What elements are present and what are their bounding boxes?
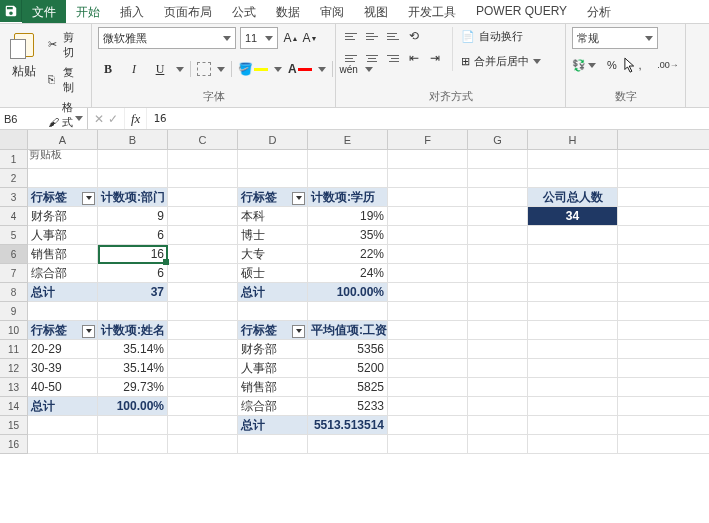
increase-decimal-button[interactable]: .00→ [656,55,680,75]
align-middle-button[interactable] [363,27,381,45]
row-header[interactable]: 2 [0,169,28,188]
company-total-header: 公司总人数 [528,188,618,206]
cut-button[interactable]: ✂剪切 [46,29,85,61]
number-group-label: 数字 [572,88,679,104]
col-header[interactable]: G [468,130,528,149]
pivot-row-label-header[interactable]: 行标签 [28,188,98,206]
increase-indent-button[interactable]: ⇥ [426,49,444,67]
pivot-row-label-header[interactable]: 行标签 [238,188,308,206]
row-header[interactable]: 7 [0,264,28,283]
tab-view[interactable]: 视图 [354,0,398,23]
formula-bar: B6 ✕✓ fx 16 [0,108,709,130]
row-header[interactable]: 14 [0,397,28,416]
cancel-formula-icon[interactable]: ✕ [94,112,104,126]
col-header[interactable]: E [308,130,388,149]
formula-input[interactable]: 16 [147,108,709,129]
tab-file[interactable]: 文件 [22,0,66,23]
worksheet: A B C D E F G H 1 2 3 4 5 6 7 8 9 10 11 … [0,130,709,454]
percent-button[interactable]: % [600,55,624,75]
fill-color-dropdown[interactable] [274,67,282,72]
font-group-label: 字体 [98,88,329,104]
comma-button[interactable]: , [628,55,652,75]
row-header[interactable]: 11 [0,340,28,359]
align-left-button[interactable] [342,49,360,67]
tab-formula[interactable]: 公式 [222,0,266,23]
pivot-row-label-header[interactable]: 行标签 [238,321,308,339]
row-header[interactable]: 8 [0,283,28,302]
row-header[interactable]: 3 [0,188,28,207]
border-dropdown[interactable] [217,67,225,72]
font-color-dropdown[interactable] [318,67,326,72]
align-bottom-button[interactable] [384,27,402,45]
tab-review[interactable]: 审阅 [310,0,354,23]
wrap-text-button[interactable]: 📄自动换行 [459,27,543,46]
ribbon: 粘贴 ✂剪切 ⎘复制 🖌格式刷 剪贴板 微软雅黑 11 A▲ A▼ B I [0,24,709,108]
paste-button[interactable]: 粘贴 [6,27,42,84]
accounting-format-button[interactable]: 💱 [572,55,596,75]
pivot-row-label-header[interactable]: 行标签 [28,321,98,339]
accept-formula-icon[interactable]: ✓ [108,112,118,126]
row-headers: 1 2 3 4 5 6 7 8 9 10 11 12 13 14 15 16 [0,150,28,454]
row-header[interactable]: 12 [0,359,28,378]
underline-dropdown[interactable] [176,67,184,72]
col-header[interactable]: H [528,130,618,149]
save-icon[interactable] [0,0,22,22]
pivot-value-header: 计数项:姓名 [98,321,168,339]
tab-insert[interactable]: 插入 [110,0,154,23]
tab-analyze[interactable]: 分析 [577,0,621,23]
row-header[interactable]: 16 [0,435,28,454]
align-right-button[interactable] [384,49,402,67]
col-header[interactable]: A [28,130,98,149]
italic-button[interactable]: I [124,59,144,79]
row-header[interactable]: 9 [0,302,28,321]
underline-button[interactable]: U [150,59,170,79]
merge-center-button[interactable]: ⊞合并后居中 [459,52,543,71]
font-name-select[interactable]: 微软雅黑 [98,27,236,49]
pivot-value-header: 平均值项:工资 [308,321,388,339]
tab-powerquery[interactable]: POWER QUERY [466,0,577,23]
tab-layout[interactable]: 页面布局 [154,0,222,23]
row-header[interactable]: 6 [0,245,28,264]
fill-color-button[interactable]: 🪣 [238,62,268,76]
pivot-value-header: 计数项:部门 [98,188,168,206]
tab-dev[interactable]: 开发工具 [398,0,466,23]
row-header[interactable]: 13 [0,378,28,397]
row-header[interactable]: 1 [0,150,28,169]
font-color-button[interactable]: A [288,62,312,76]
col-header[interactable]: D [238,130,308,149]
align-top-button[interactable] [342,27,360,45]
col-header[interactable]: B [98,130,168,149]
align-center-button[interactable] [363,49,381,67]
row-header[interactable]: 10 [0,321,28,340]
paste-label: 粘贴 [12,63,36,80]
column-headers: A B C D E F G H [0,130,709,150]
decrease-indent-button[interactable]: ⇤ [405,49,423,67]
row-header[interactable]: 5 [0,226,28,245]
increase-font-button[interactable]: A▲ [282,27,300,49]
orientation-button[interactable]: ⟲ [405,27,423,45]
name-box[interactable]: B6 [0,108,88,129]
number-format-select[interactable]: 常规 [572,27,658,49]
copy-button[interactable]: ⎘复制 [46,64,85,96]
tab-data[interactable]: 数据 [266,0,310,23]
row-header[interactable]: 15 [0,416,28,435]
border-button[interactable] [197,62,211,76]
company-total-value: 34 [528,207,618,225]
decrease-font-button[interactable]: A▼ [301,27,319,49]
cell-grid[interactable]: 行标签 计数项:部门 行标签 计数项:学历 公司总人数 财务部 9 本科 19%… [28,150,709,454]
col-header[interactable]: C [168,130,238,149]
bold-button[interactable]: B [98,59,118,79]
select-all-button[interactable] [0,130,28,149]
font-size-select[interactable]: 11 [240,27,278,49]
ribbon-tabs: 文件 开始 插入 页面布局 公式 数据 审阅 视图 开发工具 POWER QUE… [0,0,709,24]
fx-icon[interactable]: fx [125,108,147,129]
tab-home[interactable]: 开始 [66,0,110,23]
row-header[interactable]: 4 [0,207,28,226]
col-header[interactable]: F [388,130,468,149]
align-group-label: 对齐方式 [342,88,559,104]
pivot-value-header: 计数项:学历 [308,188,388,206]
